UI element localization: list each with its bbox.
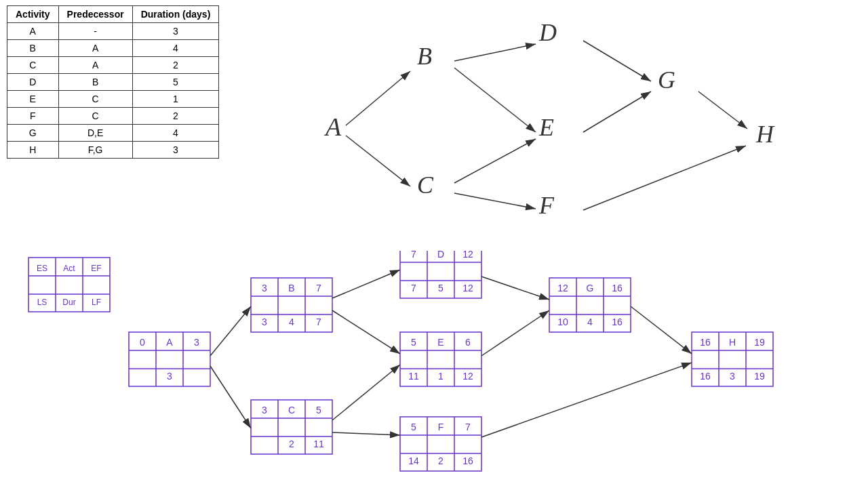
- table-cell: F,G: [58, 142, 132, 159]
- cpm-node-H: 16 H 19 16 3 19: [692, 332, 773, 386]
- svg-text:4: 4: [289, 317, 294, 327]
- svg-text:3: 3: [262, 405, 267, 415]
- svg-text:16: 16: [462, 455, 473, 466]
- cpm-node-E: 5 E 6 11 1 12: [400, 332, 481, 386]
- svg-text:7: 7: [316, 317, 321, 327]
- table-cell: C: [7, 57, 59, 74]
- table-cell: 4: [132, 125, 219, 142]
- svg-text:ES: ES: [37, 264, 47, 273]
- cpm-node-C: 3 C 5 2 11: [251, 400, 332, 454]
- node-F: F: [538, 192, 555, 219]
- table-cell: E: [7, 91, 59, 108]
- table-cell: 3: [132, 23, 219, 40]
- svg-line-8: [583, 92, 651, 132]
- table-cell: A: [58, 40, 132, 57]
- table-cell: F: [7, 108, 59, 125]
- table-cell: H: [7, 142, 59, 159]
- svg-text:6: 6: [465, 337, 471, 348]
- svg-text:4: 4: [587, 317, 593, 327]
- svg-line-112: [332, 365, 400, 420]
- svg-line-5: [454, 139, 536, 183]
- table-cell: 2: [132, 57, 219, 74]
- svg-text:7: 7: [411, 251, 416, 260]
- svg-text:11: 11: [408, 371, 419, 382]
- table-cell: -: [58, 23, 132, 40]
- col-header-predecessor: Predecessor: [58, 6, 132, 23]
- svg-line-114: [481, 277, 549, 300]
- node-G: G: [658, 66, 675, 94]
- svg-text:3: 3: [167, 371, 172, 382]
- svg-line-108: [210, 306, 251, 356]
- svg-text:0: 0: [140, 337, 145, 348]
- table-cell: C: [58, 108, 132, 125]
- svg-text:12: 12: [462, 251, 473, 260]
- cpm-diagram: ES Act EF LS Dur LF 0 A 3 3 3 B 7 3 4 7: [0, 251, 868, 488]
- col-header-activity: Activity: [7, 6, 59, 23]
- table-cell: D,E: [58, 125, 132, 142]
- cpm-node-G: 12 G 16 10 4 16: [549, 278, 631, 332]
- svg-text:10: 10: [557, 317, 568, 327]
- cpm-node-A: 0 A 3 3: [129, 332, 210, 386]
- svg-text:7: 7: [411, 283, 416, 293]
- node-D: D: [538, 19, 557, 46]
- svg-line-115: [481, 310, 549, 356]
- svg-text:F: F: [438, 422, 444, 432]
- legend-node: ES Act EF LS Dur LF: [28, 258, 110, 312]
- svg-line-9: [583, 146, 746, 210]
- svg-line-10: [698, 92, 747, 129]
- svg-text:E: E: [437, 337, 443, 348]
- table-cell: G: [7, 125, 59, 142]
- node-C: C: [417, 171, 434, 199]
- table-cell: 1: [132, 91, 219, 108]
- svg-text:16: 16: [700, 371, 711, 382]
- svg-line-110: [332, 270, 400, 298]
- node-E: E: [538, 114, 554, 141]
- svg-line-109: [210, 366, 251, 428]
- svg-text:7: 7: [465, 422, 471, 432]
- svg-text:5: 5: [411, 422, 416, 432]
- svg-text:3: 3: [730, 371, 735, 382]
- svg-text:11: 11: [313, 439, 324, 449]
- svg-text:Dur: Dur: [62, 298, 75, 307]
- svg-text:19: 19: [754, 371, 765, 382]
- svg-line-3: [454, 44, 536, 61]
- svg-line-117: [481, 363, 692, 437]
- cpm-node-B: 3 B 7 3 4 7: [251, 278, 332, 332]
- svg-text:5: 5: [316, 405, 321, 415]
- table-cell: 5: [132, 74, 219, 91]
- svg-line-1: [346, 71, 410, 125]
- svg-line-6: [454, 193, 536, 209]
- svg-text:3: 3: [262, 317, 267, 327]
- svg-text:3: 3: [262, 283, 267, 293]
- svg-text:EF: EF: [91, 264, 101, 273]
- svg-line-116: [631, 306, 692, 354]
- cpm-node-F: 5 F 7 14 2 16: [400, 417, 481, 471]
- svg-text:3: 3: [194, 337, 199, 348]
- table-cell: A: [58, 57, 132, 74]
- svg-text:12: 12: [462, 283, 473, 293]
- table-cell: 3: [132, 142, 219, 159]
- node-A: A: [323, 113, 342, 141]
- svg-text:12: 12: [462, 371, 473, 382]
- svg-text:Act: Act: [63, 264, 75, 273]
- svg-text:14: 14: [408, 455, 419, 466]
- svg-text:12: 12: [557, 283, 568, 293]
- svg-text:G: G: [587, 283, 594, 293]
- network-diagram: A B C D E F G H: [292, 0, 848, 258]
- table-cell: C: [58, 91, 132, 108]
- table-cell: A: [7, 23, 59, 40]
- svg-text:2: 2: [289, 439, 294, 449]
- node-H: H: [755, 121, 775, 148]
- svg-text:A: A: [166, 337, 173, 348]
- col-header-duration: Duration (days): [132, 6, 219, 23]
- cpm-node-D: 7 D 12 7 5 12: [400, 251, 481, 298]
- svg-text:16: 16: [612, 317, 623, 327]
- svg-text:5: 5: [411, 337, 416, 348]
- table-cell: D: [7, 74, 59, 91]
- svg-text:LF: LF: [92, 298, 101, 307]
- table-cell: 4: [132, 40, 219, 57]
- table-cell: 2: [132, 108, 219, 125]
- svg-text:19: 19: [754, 337, 765, 348]
- svg-text:B: B: [288, 283, 294, 293]
- svg-text:LS: LS: [37, 298, 47, 307]
